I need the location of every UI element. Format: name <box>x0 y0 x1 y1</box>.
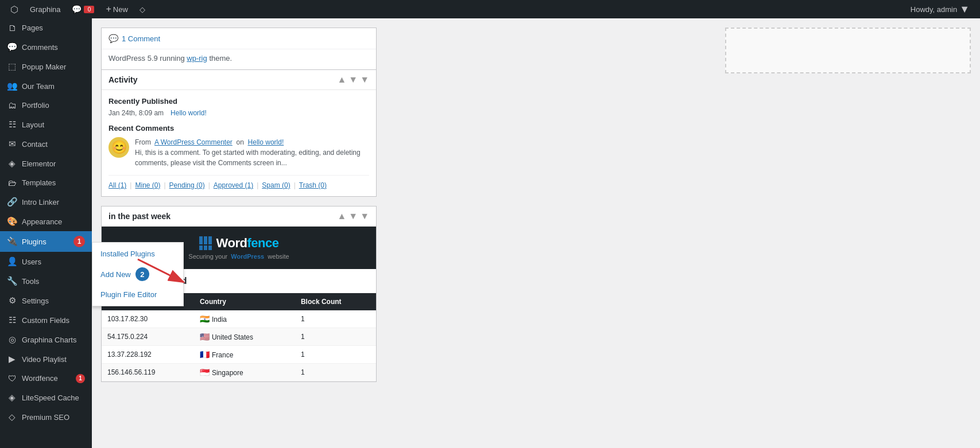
plugins-step-badge: 1 <box>73 236 85 247</box>
wordfence-widget-header: in the past week ▲ ▼ ▼ <box>102 207 376 227</box>
table-row: 156.146.56.119 🇸🇬Singapore 1 <box>102 364 376 381</box>
adminbar-howdy[interactable]: Howdy, admin ▼ <box>905 3 975 15</box>
users-icon: 👤 <box>7 256 17 267</box>
adminbar-diamond[interactable]: ◇ <box>134 0 151 18</box>
templates-icon: 🗁 <box>7 178 17 188</box>
sidebar-item-settings[interactable]: ⚙ Settings <box>0 291 92 310</box>
sidebar-item-video-playlist[interactable]: ▶ Video Playlist <box>0 349 92 369</box>
table-row: 54.175.0.224 🇺🇸United States 1 <box>102 328 376 346</box>
wf-configure-icon[interactable]: ▼ <box>360 211 369 221</box>
comment-balloon-icon: 💬 <box>109 34 118 43</box>
dropdown-plugin-file-editor[interactable]: Plugin File Editor <box>92 286 183 303</box>
adminbar-site-name[interactable]: Graphina <box>24 0 66 18</box>
adminbar-wp-logo[interactable]: ⬡ <box>5 0 24 18</box>
block-count-cell: 1 <box>295 328 376 346</box>
comment-author-link[interactable]: A WordPress Commenter <box>154 138 233 146</box>
dropdown-add-new[interactable]: Add New 2 <box>92 263 183 286</box>
dropdown-installed-plugins[interactable]: Installed Plugins <box>92 245 183 263</box>
sidebar-item-layout[interactable]: ☷ Layout <box>0 115 92 134</box>
comment-post-link[interactable]: Hello world! <box>248 138 284 146</box>
filter-trash[interactable]: Trash (0) <box>296 181 330 189</box>
wordfence-badge: 1 <box>76 374 85 383</box>
dashboard-content: 💬 1 Comment WordPress 5.9 running wp-rig… <box>92 18 716 448</box>
sidebar-item-popup-maker[interactable]: ⬚ Popup Maker <box>0 57 92 76</box>
sidebar-item-pages[interactable]: 🗋 Pages <box>0 18 92 37</box>
activity-widget-body: Recently Published Jan 24th, 8:09 am Hel… <box>102 90 376 196</box>
comment-panel: 💬 1 Comment WordPress 5.9 running wp-rig… <box>101 28 377 69</box>
country-cell: 🇫🇷France <box>194 346 295 364</box>
wf-collapse-up-icon[interactable]: ▲ <box>337 211 346 221</box>
country-cell: 🇺🇸United States <box>194 328 295 346</box>
wf-widget-controls[interactable]: ▲ ▼ ▼ <box>337 211 369 221</box>
sidebar-item-contact[interactable]: ✉ Contact <box>0 134 92 154</box>
plugins-dropdown: Installed Plugins Add New 2 Plugin File … <box>92 242 184 306</box>
plugins-icon: 🔌 <box>7 236 17 247</box>
plus-icon: + <box>106 4 111 14</box>
comment-item: 😊 From A WordPress Commenter on Hello wo… <box>109 137 369 168</box>
popup-maker-icon: ⬚ <box>7 61 17 72</box>
activity-widget: Activity ▲ ▼ ▼ Recently Published Jan 24… <box>101 69 377 197</box>
sidebar-item-appearance[interactable]: 🎨 Appearance <box>0 212 92 231</box>
filter-spam[interactable]: Spam (0) <box>258 181 293 189</box>
sidebar-item-custom-fields[interactable]: ☷ Custom Fields <box>0 310 92 330</box>
main-content: 💬 1 Comment WordPress 5.9 running wp-rig… <box>92 18 980 448</box>
comment-count-row: 💬 1 Comment <box>102 28 376 49</box>
adminbar-new[interactable]: + New <box>100 0 133 18</box>
collapse-down-icon[interactable]: ▼ <box>348 75 358 85</box>
pub-link[interactable]: Hello world! <box>171 109 207 117</box>
ip-cell: 54.175.0.224 <box>102 328 194 346</box>
intro-linker-icon: 🔗 <box>7 197 17 207</box>
add-new-step-badge: 2 <box>135 267 149 281</box>
comment-filter-links: All (1) | Mine (0) | Pending (0) | Appro… <box>109 175 369 189</box>
sidebar-item-wordfence[interactable]: 🛡 Wordfence 1 <box>0 369 92 388</box>
comment-count-link[interactable]: 1 Comment <box>122 34 160 43</box>
settings-icon: ⚙ <box>7 295 17 306</box>
sidebar-item-plugins[interactable]: 🔌 Plugins 1 <box>0 231 92 252</box>
sidebar-item-portfolio[interactable]: 🗂 Portfolio <box>0 96 92 115</box>
portfolio-icon: 🗂 <box>7 100 17 110</box>
placeholder-box <box>725 28 971 73</box>
wf-logo-word: Word <box>216 236 247 250</box>
filter-all[interactable]: All (1) <box>109 181 130 189</box>
appearance-icon: 🎨 <box>7 216 17 227</box>
sidebar-item-elementor[interactable]: ◈ Elementor <box>0 154 92 173</box>
wf-col-country: Country <box>194 293 295 310</box>
sidebar-item-comments[interactable]: 💬 Comments <box>0 37 92 57</box>
our-team-icon: 👥 <box>7 81 17 91</box>
ip-cell: 103.17.82.30 <box>102 310 194 328</box>
filter-mine[interactable]: Mine (0) <box>131 181 164 189</box>
table-row: 103.17.82.30 🇮🇳India 1 <box>102 310 376 328</box>
comments-icon: 💬 <box>7 42 17 52</box>
collapse-up-icon[interactable]: ▲ <box>337 75 346 85</box>
sidebar-item-our-team[interactable]: 👥 Our Team <box>0 76 92 96</box>
admin-sidebar: 🗋 Pages 💬 Comments ⬚ Popup Maker 👥 Our T… <box>0 18 92 448</box>
pages-icon: 🗋 <box>7 23 17 33</box>
block-count-cell: 1 <box>295 346 376 364</box>
graphina-charts-icon: ◎ <box>7 334 17 345</box>
widget-controls[interactable]: ▲ ▼ ▼ <box>337 75 369 85</box>
wp-rig-link[interactable]: wp-rig <box>187 54 207 63</box>
sidebar-item-graphina-charts[interactable]: ◎ Graphina Charts <box>0 330 92 349</box>
sidebar-item-templates[interactable]: 🗁 Templates <box>0 173 92 192</box>
sidebar-item-premium-seo[interactable]: ◇ Premium SEO <box>0 407 92 427</box>
adminbar-comments[interactable]: 💬 0 <box>66 0 100 18</box>
litespeed-icon: ◈ <box>7 392 17 403</box>
ip-cell: 156.146.56.119 <box>102 364 194 381</box>
sidebar-item-tools[interactable]: 🔧 Tools <box>0 271 92 291</box>
admin-bar: ⬡ Graphina 💬 0 + New ◇ Howdy, admin ▼ <box>0 0 980 18</box>
comment-text-block: From A WordPress Commenter on Hello worl… <box>135 137 369 168</box>
sidebar-item-users[interactable]: 👤 Users <box>0 252 92 271</box>
comment-icon: 💬 <box>72 5 82 14</box>
filter-pending[interactable]: Pending (0) <box>166 181 208 189</box>
sidebar-item-intro-linker[interactable]: 🔗 Intro Linker <box>0 192 92 212</box>
activity-widget-header: Activity ▲ ▼ ▼ <box>102 70 376 90</box>
sidebar-item-litespeed-cache[interactable]: ◈ LiteSpeed Cache <box>0 388 92 407</box>
wf-collapse-down-icon[interactable]: ▼ <box>348 211 358 221</box>
block-count-cell: 1 <box>295 310 376 328</box>
contact-icon: ✉ <box>7 139 17 149</box>
tools-icon: 🔧 <box>7 276 17 286</box>
configure-icon[interactable]: ▼ <box>360 75 369 85</box>
filter-approved[interactable]: Approved (1) <box>210 181 257 189</box>
layout-icon: ☷ <box>7 119 17 130</box>
premium-seo-icon: ◇ <box>7 412 17 422</box>
